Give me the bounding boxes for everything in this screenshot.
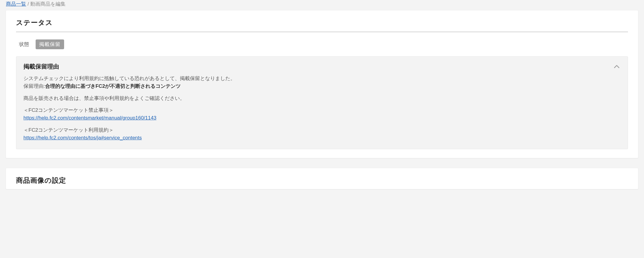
image-settings-heading: 商品画像の設定 — [16, 176, 628, 185]
breadcrumb: 商品一覧 / 動画商品を編集 — [6, 0, 638, 10]
hold-reason-check-note: 商品を販売される場合は、禁止事項や利用規約をよくご確認ください。 — [23, 95, 621, 102]
chevron-up-icon[interactable] — [613, 63, 621, 71]
breadcrumb-link-products[interactable]: 商品一覧 — [6, 1, 26, 7]
breadcrumb-separator: / — [26, 1, 30, 7]
hold-reason-line1: システムチェックにより利用規約に抵触している恐れがあるとして、掲載保留となりまし… — [23, 75, 621, 82]
status-row: 状態 掲載保留 — [16, 32, 628, 56]
breadcrumb-current: 動画商品を編集 — [30, 1, 66, 7]
hold-reason-panel: 掲載保留理由 システムチェックにより利用規約に抵触している恐れがあるとして、掲載… — [16, 56, 628, 149]
status-card: ステータス 状態 掲載保留 掲載保留理由 システムチェックにより利用規約に抵触し… — [6, 10, 638, 158]
status-heading: ステータス — [16, 18, 628, 32]
status-badge: 掲載保留 — [36, 39, 64, 49]
hold-reason-link1[interactable]: https://help.fc2.com/contentsmarket/manu… — [23, 115, 156, 121]
hold-reason-link1-label: ＜FC2コンテンツマーケット禁止事項＞ — [23, 106, 621, 114]
hold-reason-link2-label: ＜FC2コンテンツマーケット利用規約＞ — [23, 126, 621, 134]
image-settings-card: 商品画像の設定 — [6, 168, 638, 189]
hold-reason-bold: 合理的な理由に基づきFC2が不適切と判断されるコンテンツ — [45, 83, 181, 89]
hold-reason-title: 掲載保留理由 — [23, 63, 59, 71]
status-state-label: 状態 — [19, 41, 29, 48]
hold-reason-prefix: 保留理由: — [23, 83, 45, 89]
hold-reason-link2[interactable]: https://help.fc2.com/contents/tos/ja#ser… — [23, 135, 142, 141]
hold-reason-line2: 保留理由:合理的な理由に基づきFC2が不適切と判断されるコンテンツ — [23, 82, 621, 90]
